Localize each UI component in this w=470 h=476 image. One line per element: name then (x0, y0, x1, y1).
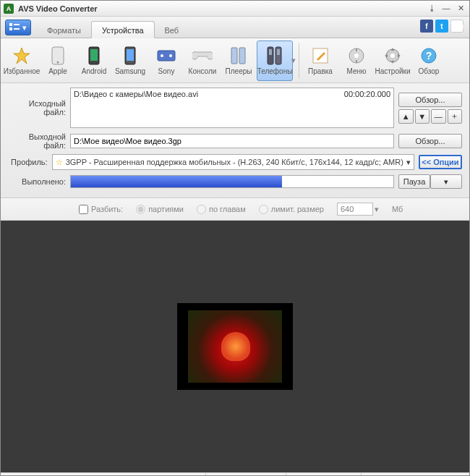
svg-marker-4 (14, 48, 30, 64)
pause-dropdown-button[interactable]: ▾ (430, 174, 462, 189)
progress-fill (71, 176, 282, 187)
svg-rect-10 (127, 49, 134, 61)
svg-rect-15 (239, 48, 245, 64)
chevron-down-icon: ▾ (406, 158, 411, 167)
tab-devices[interactable]: Устройства (91, 21, 155, 38)
toolbtn-android[interactable]: Android (76, 41, 112, 81)
source-file-list[interactable]: D:\Видео с камеры\Мое видео.avi 00:00:20… (70, 88, 394, 128)
download-icon[interactable]: ⭳ (426, 4, 437, 14)
toolbtn-menu[interactable]: Меню (338, 41, 375, 81)
split-options: Разбить: партиями по главам лимит. разме… (1, 198, 469, 221)
svg-rect-0 (9, 23, 12, 26)
profile-select[interactable]: ☆ 3GPP - Расширенная поддержка мобильных… (52, 154, 414, 170)
move-up-button[interactable]: ▲ (398, 109, 414, 124)
source-file-path: D:\Видео с камеры\Мое видео.avi (74, 90, 198, 126)
status-elapsed: Прошло: 00:00:01 (205, 473, 286, 476)
status-overall: Всего выполнено:65,42% (361, 473, 469, 476)
svg-point-26 (390, 54, 395, 58)
split-bysize[interactable]: лимит. размер (259, 205, 324, 214)
toolbtn-edit[interactable]: Правка (302, 41, 338, 81)
tab-formats[interactable]: Форматы (37, 22, 91, 38)
star-icon: ☆ (56, 158, 63, 167)
app-title: AVS Video Converter (18, 4, 423, 13)
mb-label: Мб (392, 205, 403, 213)
svg-rect-18 (269, 49, 272, 55)
svg-rect-2 (14, 24, 20, 25)
chevron-down-icon[interactable]: ▾ (375, 205, 379, 214)
form-area: Исходный файл: D:\Видео с камеры\Мое вид… (1, 83, 469, 198)
split-bychapters[interactable]: по главам (197, 205, 246, 214)
radio-bychapters[interactable] (197, 205, 206, 214)
twitter-icon[interactable]: t (435, 20, 448, 33)
toolbtn-phones[interactable]: Телефоны (257, 41, 293, 81)
svg-rect-14 (231, 48, 237, 64)
svg-rect-3 (14, 28, 20, 30)
source-label: Исходный файл: (8, 99, 66, 116)
toolbtn-consoles[interactable]: Консоли (184, 41, 221, 81)
toolbtn-players[interactable]: Плееры (221, 41, 257, 81)
split-checkbox[interactable] (79, 205, 88, 214)
profile-label: Профиль: (8, 158, 48, 166)
pause-button[interactable]: Пауза (398, 174, 430, 189)
svg-rect-24 (356, 60, 357, 63)
svg-point-22 (354, 54, 359, 58)
status-remaining: Осталось: --:--:-- (286, 473, 361, 476)
add-button[interactable]: ＋ (448, 109, 463, 124)
svg-point-6 (57, 61, 59, 64)
move-down-button[interactable]: ▼ (415, 109, 430, 124)
svg-rect-19 (277, 49, 280, 55)
minimize-button[interactable]: — (440, 4, 452, 14)
browse-output-button[interactable]: Обзор... (398, 134, 462, 148)
device-toolbar: Избранное Apple Android Samsung Sony Кон… (1, 38, 469, 83)
title-bar: A AVS Video Converter ⭳ — ✕ (1, 1, 469, 17)
split-checkbox-label[interactable]: Разбить: (79, 205, 123, 214)
preview-area (1, 221, 469, 472)
social-links: f t You (420, 20, 463, 33)
close-button[interactable]: ✕ (455, 4, 466, 14)
output-label: Выходной файл: (8, 132, 66, 150)
split-size-input[interactable] (337, 203, 373, 216)
view-mode-button[interactable]: ▾ (5, 20, 31, 35)
svg-rect-23 (356, 48, 357, 51)
browse-source-button[interactable]: Обзор... (398, 93, 462, 107)
youtube-icon[interactable]: You (450, 20, 463, 33)
radio-bysize[interactable] (259, 205, 268, 214)
toolbtn-sony[interactable]: Sony (148, 41, 184, 81)
output-path-input[interactable] (70, 134, 394, 148)
progress-label: Выполнено: (8, 177, 66, 186)
svg-rect-8 (90, 49, 98, 61)
video-thumbnail (177, 303, 293, 390)
toolbtn-favorites[interactable]: Избранное (4, 41, 40, 81)
svg-point-12 (161, 54, 163, 57)
tab-web[interactable]: Веб (155, 22, 189, 38)
status-bar: Прошло: 00:00:01 Осталось: --:--:-- Всег… (1, 472, 469, 476)
tab-row: ▾ Форматы Устройства Веб f t You (1, 17, 469, 38)
profile-text: 3GPP - Расширенная поддержка мобильных -… (66, 158, 403, 166)
radio-byparts[interactable] (136, 205, 145, 214)
toolbtn-samsung[interactable]: Samsung (112, 41, 148, 81)
progress-bar (70, 175, 394, 188)
toolbtn-about[interactable]: ?Обзор (411, 41, 447, 81)
toolbtn-settings[interactable]: Настройки (375, 41, 411, 81)
facebook-icon[interactable]: f (420, 20, 433, 33)
remove-button[interactable]: — (431, 109, 446, 124)
thumbnail-image (188, 310, 282, 383)
split-byparts[interactable]: партиями (136, 205, 184, 214)
svg-point-13 (169, 54, 172, 57)
svg-rect-1 (9, 27, 12, 30)
svg-text:?: ? (426, 50, 432, 61)
svg-rect-11 (158, 51, 175, 61)
app-icon: A (4, 4, 14, 14)
options-button[interactable]: << Опции (419, 155, 462, 169)
toolbtn-apple[interactable]: Apple (40, 41, 76, 81)
source-file-duration: 00:00:20.000 (344, 90, 390, 126)
